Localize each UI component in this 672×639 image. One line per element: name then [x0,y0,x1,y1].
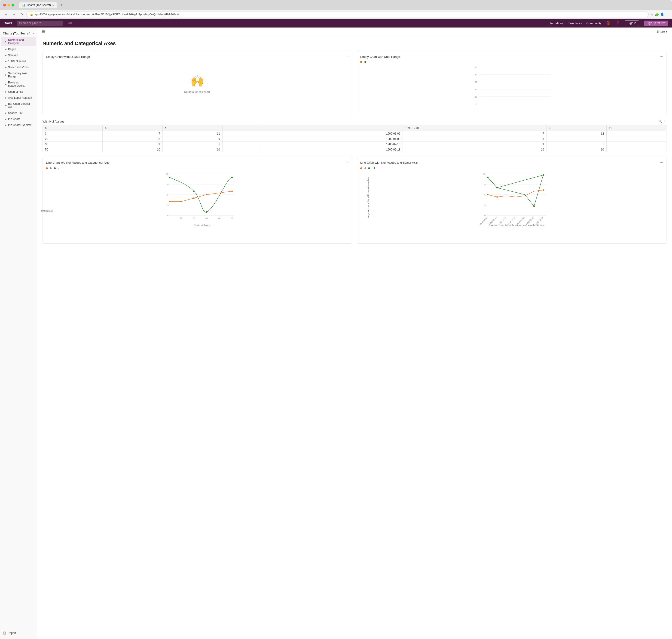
sidebar-item-label: Rows as headers/colu... [8,81,33,88]
legend-dot-11 [368,167,370,169]
sidebar-item-secondary-axis[interactable]: ▶ Secondary Axis Range [1,71,36,79]
sidebar-item-label: Axis Label Rotation [8,96,32,99]
chart-menu-button[interactable]: ··· [346,160,349,165]
legend-dot-c [54,167,56,169]
sign-in-button[interactable]: Sign in [625,20,639,26]
col-6: 6 [546,125,606,131]
svg-text:12: 12 [166,173,169,175]
chart-menu-button[interactable]: ··· [660,160,663,165]
browser-settings-button[interactable]: ⋮ [666,13,669,16]
empty-chart-with-range: Empty Chart with Data Range ··· [357,51,667,115]
sidebar-item-pie-overflow[interactable]: ▶ Pie Chart Overflow [1,122,36,128]
maximize-traffic-light[interactable] [12,4,14,6]
app-header: Rows ⌘K Integrations Templates Community… [0,19,672,28]
share-button[interactable]: Share ▾ [657,30,667,33]
svg-text:40: 40 [218,217,221,219]
svg-text:20: 20 [193,217,195,219]
chevron-right-icon: ▶ [5,74,7,76]
sidebar-item-page2[interactable]: ▶ Page2 [1,46,36,52]
svg-text:0: 0 [484,215,485,217]
sidebar-item-chart-limits[interactable]: ▶ Chart Limits [1,89,36,95]
chart-menu-button[interactable]: ··· [660,54,663,59]
line-chart1-svg: 12 9 6 3 0 10 20 30 40 [55,172,349,222]
report-icon: 📋 [3,632,6,635]
search-icon[interactable]: 🔍 [658,120,662,123]
nav-templates[interactable]: Templates [568,21,582,25]
sidebar-item-switch-rows[interactable]: ▶ Switch rows/cols [1,64,36,70]
active-tab[interactable]: 📊 Charts (Top Secret) ✕ [19,2,57,8]
legend-label-c: c [58,167,59,170]
svg-text:9: 9 [167,183,169,186]
col-empty [223,125,259,131]
sidebar-item-label: Stacked [8,53,18,57]
sidebar-item-label: Pie Chart [8,118,20,121]
sidebar-toggle-button[interactable]: ☰ [42,29,45,34]
empty-chart-no-range: Empty Chart without Data Range ··· 🙌 No … [43,51,352,115]
chart-menu-button[interactable]: ··· [346,54,349,59]
sidebar-item-stacked[interactable]: ▶ Stacked [1,52,36,58]
address-bar[interactable]: 🔒 app-13030.app.qa-rows.com/share/charts… [26,12,649,17]
svg-text:12: 12 [483,173,485,175]
close-traffic-light[interactable] [3,4,6,6]
sidebar-item-100-stacked[interactable]: ▶ 100% Stacked [1,59,36,64]
sign-up-button[interactable]: Sign up for free [644,20,668,26]
search-input[interactable] [17,20,63,26]
main-toolbar: ☰ Share ▾ [37,28,672,36]
legend-dot-orange [360,61,362,63]
svg-point-58 [533,205,535,207]
nav-integrations[interactable]: Integrations [548,21,563,25]
chevron-right-icon: ▶ [5,60,7,62]
svg-point-34 [206,211,207,213]
sidebar-item-scatter[interactable]: ▶ Scatter Plot [1,110,36,116]
svg-text:40: 40 [475,88,477,91]
chart-legend: b c [46,167,349,170]
table-row: 30911900-02-1391 [43,142,667,147]
sidebar-item-numeric[interactable]: ▶ Numeric and Categori... [1,37,36,46]
tab-close-button[interactable]: ✕ [52,4,54,6]
refresh-button[interactable]: ↻ [19,12,25,17]
nav-community[interactable]: Community [586,21,602,25]
back-button[interactable]: ← [3,12,9,17]
sidebar-item-pie[interactable]: ▶ Pie Chart [1,116,36,122]
sidebar-title: Charts (Top Secret) ‹ [0,30,37,37]
chart-title: Empty Chart without Data Range [46,55,90,59]
report-label: Report [7,632,16,635]
table-row: 20891900-01-098 [43,136,667,142]
minimize-traffic-light[interactable] [7,4,10,6]
table-actions: 🔍 ··· [658,120,667,123]
sidebar-footer: 📋 Report [0,629,37,637]
search-shortcut: ⌘K [68,22,72,25]
page-title: Numeric and Categorical Axes [43,41,667,46]
x-axis-label: Horizontal axis [55,224,349,227]
line-chart-categorical: Line Chart w/o Null Values and Categoric… [43,157,352,244]
app-logo: Rows [4,21,12,25]
forward-button[interactable]: → [11,12,17,17]
line-chart-scalar: Line Chart with Null Values and Scalar A… [357,157,667,244]
svg-text:60: 60 [475,81,477,83]
chart-title: Line Chart w/o Null Values and Categoric… [46,161,109,165]
sidebar-item-label: Chart Limits [8,90,23,93]
sidebar-item-label: Pie Chart Overflow [8,123,31,127]
report-button[interactable]: 📋 Report [3,632,34,635]
extensions-button[interactable]: 🧩 [655,13,659,16]
chevron-right-icon: ▶ [5,91,7,93]
sidebar-item-axis-label[interactable]: ▶ Axis Label Rotation [1,95,36,100]
svg-point-53 [487,194,489,196]
chart-title: Empty Chart with Data Range [360,55,400,59]
sidebar-collapse-button[interactable]: ‹ [33,32,34,35]
chart-legend [360,61,663,63]
traffic-lights [3,4,14,6]
svg-point-28 [180,201,182,202]
svg-point-55 [543,189,544,191]
svg-point-35 [231,177,233,178]
bookmark-button[interactable]: ☆ [651,13,654,16]
sidebar-item-bar-vertical[interactable]: ▶ Bar Chart Vertical Axi... [1,101,36,110]
new-tab-button[interactable]: + [59,2,64,7]
profile-button[interactable]: 👤 [660,13,664,16]
browser-menu-button[interactable]: ⋮ [666,3,669,7]
sidebar-item-rows-headers[interactable]: ▶ Rows as headers/colu... [1,80,36,89]
chevron-right-icon: ▶ [5,118,7,120]
sidebar-item-label: Scatter Plot [8,111,22,115]
table-row: 37111900-01-02712 [43,131,667,136]
table-menu-button[interactable]: ··· [664,120,667,123]
